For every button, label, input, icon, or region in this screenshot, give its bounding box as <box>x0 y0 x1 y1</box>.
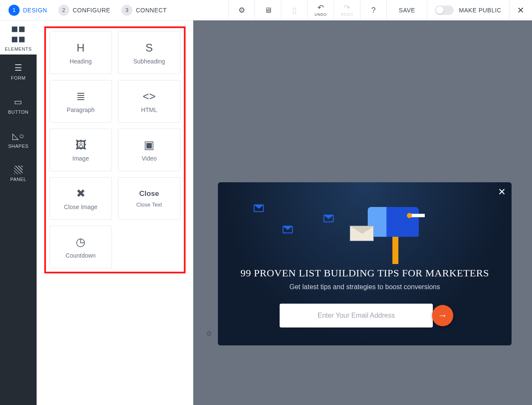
step-number: 3 <box>121 5 132 16</box>
video-icon: ▣ <box>144 138 154 152</box>
element-close-text[interactable]: Close Close Text <box>118 177 180 220</box>
close-icon: ✕ <box>498 187 506 197</box>
email-input[interactable] <box>280 304 433 327</box>
element-label: Heading <box>69 58 92 65</box>
email-form: → <box>280 304 450 327</box>
arrow-right-icon: → <box>438 310 447 321</box>
sidebar-label: PANEL <box>10 177 26 182</box>
sidebar-label: ELEMENTS <box>5 46 31 52</box>
element-video[interactable]: ▣ Video <box>118 129 180 171</box>
mobile-preview-button[interactable]: ▯ <box>281 0 307 20</box>
element-close-image[interactable]: ✖ Close Image <box>49 177 112 220</box>
grid-icon: ◼◼◼◼ <box>11 23 26 44</box>
wizard-steps: 1 DESIGN 2 CONFIGURE 3 CONNECT <box>0 0 175 20</box>
html-icon: <> <box>143 90 155 103</box>
paragraph-icon: ≣ <box>76 90 86 103</box>
element-image[interactable]: 🖼 Image <box>49 129 112 171</box>
element-label: Subheading <box>133 58 165 65</box>
step-label: CONFIGURE <box>73 7 111 14</box>
button-icon: ▭ <box>14 97 23 107</box>
element-label: Close Text <box>136 201 162 208</box>
envelope-icon <box>283 226 293 233</box>
desktop-preview-button[interactable]: 🖥 <box>255 0 281 20</box>
undo-button[interactable]: ↶ UNDO <box>307 0 334 20</box>
step-number: 1 <box>9 5 20 16</box>
submit-button[interactable]: → <box>432 305 453 326</box>
form-icon: ☰ <box>14 63 23 73</box>
redo-button[interactable]: ↷ REDO <box>334 0 360 20</box>
element-label: Countdown <box>66 252 96 259</box>
step-number: 2 <box>58 5 69 16</box>
element-html[interactable]: <> HTML <box>118 80 180 123</box>
element-label: Video <box>142 155 157 162</box>
popup-settings-button[interactable]: ⚙ <box>206 330 212 338</box>
close-circle-icon: ✖ <box>76 187 86 200</box>
element-label: Image <box>72 155 89 162</box>
save-button[interactable]: SAVE <box>386 0 427 20</box>
sidebar-label: BUTTON <box>8 109 29 115</box>
mailbox-icon <box>359 202 423 261</box>
desktop-icon: 🖥 <box>264 6 272 14</box>
shapes-icon: ◺○ <box>12 131 24 141</box>
popup-close-button[interactable]: ✕ <box>498 187 506 198</box>
close-icon: ✕ <box>517 5 524 15</box>
elements-panel: H Heading S Subheading ≣ Paragraph <> HT… <box>37 20 193 405</box>
toggle-knob <box>436 6 443 14</box>
redo-label: REDO <box>341 12 353 17</box>
undo-label: UNDO <box>315 12 327 17</box>
sidebar-item-button[interactable]: ▭ BUTTON <box>0 89 37 123</box>
help-icon: ? <box>372 6 376 14</box>
sidebar-item-elements[interactable]: ◼◼◼◼ ELEMENTS <box>0 20 37 55</box>
element-label: HTML <box>141 106 157 113</box>
step-configure[interactable]: 2 CONFIGURE <box>58 5 111 16</box>
step-connect[interactable]: 3 CONNECT <box>121 5 167 16</box>
clock-icon: ◷ <box>76 236 86 249</box>
close-text-icon: Close <box>139 190 159 198</box>
envelope-icon <box>254 204 264 212</box>
settings-button[interactable]: ⚙ <box>228 0 255 20</box>
design-canvas[interactable]: ⚙ ✕ 99 PROVEN LIST BUILDING TIPS FOR MAR… <box>193 20 532 405</box>
element-subheading[interactable]: S Subheading <box>118 32 180 74</box>
element-label: Close Image <box>64 204 97 210</box>
make-public-toggle[interactable] <box>435 6 454 15</box>
top-bar: 1 DESIGN 2 CONFIGURE 3 CONNECT ⚙ 🖥 ▯ ↶ U… <box>0 0 532 20</box>
envelope-icon <box>323 215 334 222</box>
elements-grid: H Heading S Subheading ≣ Paragraph <> HT… <box>44 26 186 273</box>
popup-heading[interactable]: 99 PROVEN LIST BUILDING TIPS FOR MARKETE… <box>232 267 498 279</box>
sidebar-label: SHAPES <box>8 144 29 149</box>
sidebar-item-panel[interactable]: PANEL <box>0 157 37 191</box>
step-label: DESIGN <box>23 7 47 14</box>
element-label: Paragraph <box>67 106 94 113</box>
step-design[interactable]: 1 DESIGN <box>9 5 47 16</box>
image-icon: 🖼 <box>75 138 86 152</box>
sidebar-label: FORM <box>11 75 26 80</box>
heading-icon: H <box>77 41 85 55</box>
publish-group: MAKE PUBLIC <box>427 0 509 20</box>
popup-illustration <box>232 192 498 265</box>
left-sidebar: ◼◼◼◼ ELEMENTS ☰ FORM ▭ BUTTON ◺○ SHAPES … <box>0 20 37 405</box>
step-label: CONNECT <box>136 7 167 14</box>
close-editor-button[interactable]: ✕ <box>509 0 532 20</box>
toolbar-group: ⚙ 🖥 ▯ ↶ UNDO ↷ REDO ? SAVE MAKE PUBLIC ✕ <box>228 0 532 20</box>
subheading-icon: S <box>146 41 153 55</box>
sidebar-item-form[interactable]: ☰ FORM <box>0 55 37 89</box>
make-public-label: MAKE PUBLIC <box>459 7 501 14</box>
popup-preview[interactable]: ⚙ ✕ 99 PROVEN LIST BUILDING TIPS FOR MAR… <box>218 182 512 345</box>
undo-icon: ↶ <box>317 4 324 11</box>
mobile-icon: ▯ <box>292 6 297 14</box>
help-button[interactable]: ? <box>360 0 386 20</box>
popup-subheading[interactable]: Get latest tips and strategies to boost … <box>232 283 498 291</box>
gear-icon: ⚙ <box>238 6 245 14</box>
sidebar-item-shapes[interactable]: ◺○ SHAPES <box>0 123 37 157</box>
gear-icon: ⚙ <box>206 330 212 337</box>
redo-icon: ↷ <box>344 4 350 11</box>
element-countdown[interactable]: ◷ Countdown <box>49 226 112 268</box>
workspace: ◼◼◼◼ ELEMENTS ☰ FORM ▭ BUTTON ◺○ SHAPES … <box>0 20 532 405</box>
element-paragraph[interactable]: ≣ Paragraph <box>49 80 112 123</box>
element-heading[interactable]: H Heading <box>49 32 112 74</box>
panel-icon <box>14 166 23 174</box>
